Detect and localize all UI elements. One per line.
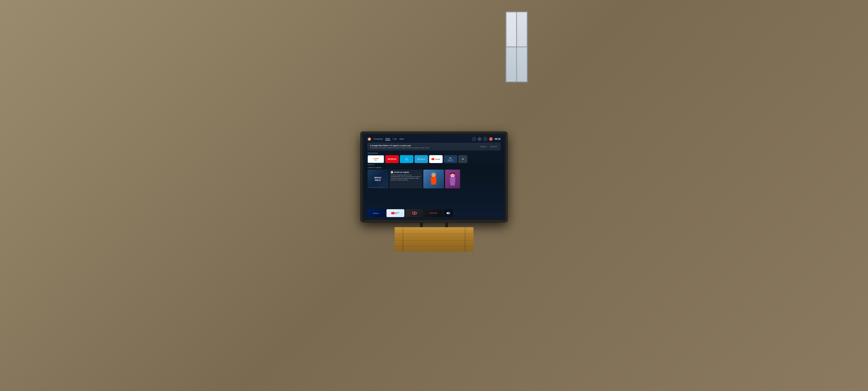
nav-left: Pesquisar Inicio Loja Apps	[368, 137, 404, 141]
svg-rect-11	[431, 173, 436, 174]
settings-icon[interactable]: ⚙	[484, 137, 487, 141]
content-whoa-wild[interactable]: WHOA!WILD! Apresentado por Google Play	[368, 170, 388, 188]
svg-point-10	[431, 173, 436, 177]
svg-point-13	[434, 175, 435, 175]
svg-rect-2	[479, 138, 480, 140]
info-card-text: Os filmes e programas aparecem aqui auto…	[391, 174, 421, 181]
app-live-tv[interactable]: LIVE TV	[414, 155, 428, 163]
svg-point-12	[432, 175, 433, 175]
banner-dismiss-button[interactable]: Dispensar	[489, 145, 498, 148]
signin-icon[interactable]	[478, 137, 482, 141]
presented-by-label: Apresentado por Google Play	[368, 187, 383, 188]
app-youtube-kids[interactable]: YouTubeKids	[386, 209, 404, 217]
app-netflix[interactable]: NETFLIX	[385, 155, 399, 163]
app-eyeball[interactable]	[405, 209, 423, 217]
naruto-image	[423, 170, 444, 188]
banner-subtitle: Uma maneira mais rápida e simples de com…	[370, 147, 430, 149]
svg-point-26	[414, 213, 415, 213]
content-anime-girl[interactable]	[445, 170, 460, 188]
focused-app-label: Xiaomi TV+	[368, 164, 500, 165]
tv-frame: Pesquisar Inicio Loja Apps ℹ	[361, 132, 507, 222]
tv-leg-right	[445, 222, 448, 227]
wood-stand	[395, 227, 473, 252]
android-tv-ui: Pesquisar Inicio Loja Apps ℹ	[364, 135, 504, 219]
muted-indicator	[443, 209, 453, 217]
app-xiaomi-tv[interactable]: XIAOMI TV+	[368, 155, 384, 163]
tv-leg-left	[420, 222, 423, 227]
app-disney-plus[interactable]: Disney+	[368, 209, 385, 217]
banner-details-button[interactable]: Detalhes	[479, 145, 488, 148]
watch-next-section: Assistir em seguida WHOA!WILD! Apresenta…	[368, 167, 500, 208]
content-row: WHOA!WILD! Apresentado por Google Play	[368, 170, 500, 188]
nav-right: ℹ ⚙ G 09:19	[472, 137, 500, 141]
svg-point-20	[453, 175, 454, 176]
play-triangle	[392, 172, 393, 173]
content-info-card: Assistir em seguida Os filmes e programa…	[389, 170, 422, 188]
whoa-wild-text: WHOA!WILD!	[374, 176, 382, 182]
svg-text:Disney+: Disney+	[373, 212, 380, 214]
notification-banner[interactable]: O Google Play Filmes e TV agora é a noss…	[368, 143, 500, 150]
nav-search[interactable]: Pesquisar	[374, 138, 383, 140]
banner-text: O Google Play Filmes e TV agora é a noss…	[370, 144, 430, 149]
time-display: 09:19	[495, 138, 500, 140]
deezer-label: DEEZER	[429, 212, 437, 214]
nav-store[interactable]: Loja	[393, 138, 397, 140]
info-icon[interactable]: ℹ	[472, 137, 476, 141]
tv-screen: Pesquisar Inicio Loja Apps ℹ	[364, 135, 504, 219]
google-account-icon[interactable]: G	[489, 137, 493, 141]
google-assistant-icon[interactable]	[368, 137, 371, 141]
app-google-play-movies[interactable]: Google PlayMovies & TV	[444, 155, 457, 163]
svg-point-19	[451, 175, 452, 176]
tv-set: Pesquisar Inicio Loja Apps ℹ	[361, 132, 507, 222]
svg-point-1	[369, 139, 370, 139]
content-naruto[interactable]	[423, 170, 444, 188]
bottom-apps-row: Disney+ YouTubeKids	[368, 209, 500, 217]
app-youtube[interactable]: YouTube	[429, 155, 443, 163]
app-prime-video[interactable]: prime video	[400, 155, 413, 163]
window-frame	[505, 11, 528, 83]
nav-home[interactable]: Inicio	[385, 137, 390, 140]
top-navigation: Pesquisar Inicio Loja Apps ℹ	[368, 137, 500, 141]
apps-section-label: Apps favoritos	[368, 152, 500, 154]
svg-marker-9	[451, 158, 452, 159]
info-card-title: Assistir em seguida	[391, 171, 421, 173]
banner-title: O Google Play Filmes e TV agora é a noss…	[370, 144, 430, 146]
banner-actions: Detalhes Dispensar	[479, 145, 498, 148]
nav-apps[interactable]: Apps	[399, 138, 404, 140]
apps-row: XIAOMI TV+ NETFLIX prime	[368, 155, 500, 163]
app-deezer[interactable]: DEEZER	[425, 209, 442, 217]
app-add-more[interactable]: +	[458, 155, 467, 163]
youtube-label: YouTube	[435, 159, 440, 160]
play-icon	[391, 171, 393, 173]
tv-legs	[420, 222, 448, 227]
watch-next-label: Assistir em seguida	[368, 167, 500, 168]
